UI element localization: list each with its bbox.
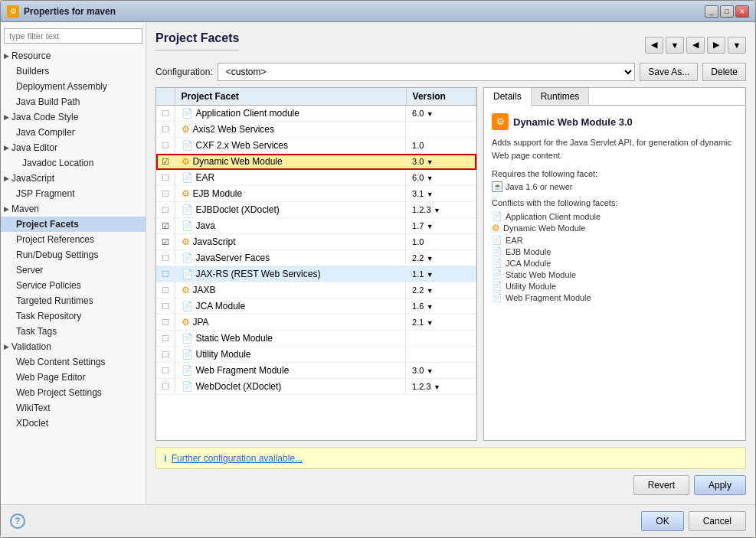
facet-version[interactable]: 6.0 ▼ bbox=[406, 170, 476, 186]
facet-version[interactable]: 2.2 ▼ bbox=[406, 250, 476, 266]
apply-button[interactable]: Apply bbox=[694, 475, 746, 495]
facet-checkbox[interactable]: ☐ bbox=[156, 202, 175, 218]
sidebar-item-deployment-assembly[interactable]: Deployment Assembly bbox=[1, 79, 146, 94]
facet-checkbox[interactable]: ☑ bbox=[156, 154, 175, 170]
facet-checkbox[interactable]: ☐ bbox=[156, 379, 175, 395]
table-row[interactable]: ☐ ⚙Axis2 Web Services bbox=[156, 122, 476, 138]
facet-version: 1.0 bbox=[406, 138, 476, 154]
nav-forward-button[interactable]: ▶ bbox=[707, 37, 725, 54]
sidebar-item-resource[interactable]: ▶ Resource bbox=[1, 48, 146, 64]
table-row[interactable]: ☐ 📄JavaServer Faces 2.2 ▼ bbox=[156, 250, 476, 266]
save-as-button[interactable]: Save As... bbox=[640, 63, 698, 81]
table-row[interactable]: ☐ 📄WebDoclet (XDoclet) 1.2.3 ▼ bbox=[156, 379, 476, 395]
facet-checkbox[interactable]: ☐ bbox=[156, 138, 175, 154]
sidebar-item-wikitext[interactable]: WikiText bbox=[1, 400, 146, 416]
sidebar-item-jsp-fragment[interactable]: JSP Fragment bbox=[1, 186, 146, 201]
sidebar-item-java-code-style[interactable]: ▶ Java Code Style bbox=[1, 109, 146, 125]
sidebar-item-web-page-editor[interactable]: Web Page Editor bbox=[1, 370, 146, 385]
sidebar-item-targeted-runtimes[interactable]: Targeted Runtimes bbox=[1, 293, 146, 308]
sidebar-item-web-project-settings[interactable]: Web Project Settings bbox=[1, 385, 146, 400]
delete-button[interactable]: Delete bbox=[702, 63, 746, 81]
sidebar-item-server[interactable]: Server bbox=[1, 262, 146, 278]
facet-version[interactable]: 1.2.3 ▼ bbox=[406, 379, 476, 395]
sidebar-item-project-facets[interactable]: Project Facets bbox=[1, 217, 146, 232]
facet-checkbox[interactable]: ☐ bbox=[156, 298, 175, 315]
facet-checkbox[interactable]: ☐ bbox=[156, 363, 175, 379]
sidebar-item-label: Targeted Runtimes bbox=[16, 295, 93, 306]
cancel-button[interactable]: Cancel bbox=[689, 511, 746, 531]
facet-checkbox[interactable]: ☐ bbox=[156, 106, 175, 122]
sidebar-item-service-policies[interactable]: Service Policies bbox=[1, 278, 146, 293]
table-row[interactable]: ☐ 📄JCA Module 1.6 ▼ bbox=[156, 298, 476, 315]
help-button[interactable]: ? bbox=[10, 514, 25, 529]
table-row[interactable]: ☐ 📄Utility Module bbox=[156, 347, 476, 363]
sidebar-item-builders[interactable]: Builders bbox=[1, 64, 146, 79]
facet-version[interactable]: 1.7 ▼ bbox=[406, 218, 476, 234]
facet-version[interactable]: 3.0 ▼ bbox=[406, 363, 476, 379]
facet-checkbox[interactable]: ☐ bbox=[156, 122, 175, 138]
table-row[interactable]: ☐ 📄Static Web Module bbox=[156, 331, 476, 347]
facet-checkbox[interactable]: ☐ bbox=[156, 266, 175, 282]
back-button[interactable]: ◀ bbox=[645, 37, 663, 54]
table-row[interactable]: ☐ 📄EJBDoclet (XDoclet) 1.2.3 ▼ bbox=[156, 202, 476, 218]
revert-button[interactable]: Revert bbox=[633, 475, 689, 495]
sidebar-item-maven[interactable]: ▶ Maven bbox=[1, 201, 146, 217]
nav-dropdown-button[interactable]: ◀ bbox=[686, 37, 705, 54]
maximize-button[interactable]: □ bbox=[720, 5, 734, 18]
table-row[interactable]: ☐ 📄Application Client module 6.0 ▼ bbox=[156, 106, 476, 122]
table-row[interactable]: ☐ 📄EAR 6.0 ▼ bbox=[156, 170, 476, 186]
table-row[interactable]: ☐ ⚙EJB Module 3.1 ▼ bbox=[156, 186, 476, 202]
facet-checkbox[interactable]: ☐ bbox=[156, 315, 175, 331]
close-button[interactable]: ✕ bbox=[735, 5, 749, 18]
facet-version[interactable]: 1.6 ▼ bbox=[406, 298, 476, 315]
sidebar-item-label: JSP Fragment bbox=[16, 188, 74, 199]
sidebar-item-project-references[interactable]: Project References bbox=[1, 232, 146, 247]
facet-checkbox[interactable]: ☐ bbox=[156, 331, 175, 347]
sidebar-item-javascript[interactable]: ▶ JavaScript bbox=[1, 171, 146, 186]
table-row[interactable]: ☐ 📄CXF 2.x Web Services 1.0 bbox=[156, 138, 476, 154]
facet-checkbox[interactable]: ☑ bbox=[156, 234, 175, 250]
sidebar-item-validation[interactable]: ▶ Validation bbox=[1, 339, 146, 354]
sidebar-item-task-repository[interactable]: Task Repository bbox=[1, 308, 146, 324]
facet-version[interactable]: 2.2 ▼ bbox=[406, 282, 476, 298]
facet-version[interactable]: 6.0 ▼ bbox=[406, 106, 476, 122]
further-config-link[interactable]: Further configuration available... bbox=[172, 453, 303, 464]
tab-details[interactable]: Details bbox=[484, 88, 532, 106]
facet-checkbox[interactable]: ☑ bbox=[156, 218, 175, 234]
sidebar-item-web-content-settings[interactable]: Web Content Settings bbox=[1, 354, 146, 370]
facet-name: ⚙Dynamic Web Module bbox=[175, 154, 407, 169]
forward-button[interactable]: ▼ bbox=[666, 37, 684, 54]
table-row[interactable]: ☐ ⚙JPA 2.1 ▼ bbox=[156, 315, 476, 331]
minimize-button[interactable]: _ bbox=[705, 5, 718, 18]
sidebar-item-java-editor[interactable]: ▶ Java Editor bbox=[1, 140, 146, 155]
facet-checkbox[interactable]: ☐ bbox=[156, 250, 175, 266]
table-row[interactable]: ☑ ⚙Dynamic Web Module 3.0 ▼ bbox=[156, 154, 476, 170]
sidebar-item-java-compiler[interactable]: Java Compiler bbox=[1, 125, 146, 140]
table-row[interactable]: ☑ ⚙JavaScript 1.0 bbox=[156, 234, 476, 250]
filter-input[interactable] bbox=[4, 28, 142, 44]
table-row[interactable]: ☐ 📄JAX-RS (REST Web Services) 1.1 ▼ bbox=[156, 266, 476, 282]
tab-runtimes[interactable]: Runtimes bbox=[532, 88, 590, 105]
table-row[interactable]: ☑ 📄Java 1.7 ▼ bbox=[156, 218, 476, 234]
facet-version[interactable]: 2.1 ▼ bbox=[406, 315, 476, 331]
sidebar-item-task-tags[interactable]: Task Tags bbox=[1, 324, 146, 339]
sidebar-item-javadoc-location[interactable]: Javadoc Location bbox=[1, 155, 146, 171]
nav-more-button[interactable]: ▼ bbox=[728, 37, 746, 54]
facet-version[interactable]: 3.0 ▼ bbox=[406, 154, 476, 170]
sidebar-item-java-build-path[interactable]: Java Build Path bbox=[1, 94, 146, 109]
facet-checkbox[interactable]: ☐ bbox=[156, 282, 175, 298]
table-row[interactable]: ☐ ⚙JAXB 2.2 ▼ bbox=[156, 282, 476, 298]
configuration-select[interactable]: <custom> bbox=[218, 63, 636, 81]
facet-version[interactable]: 1.2.3 ▼ bbox=[406, 202, 476, 218]
facet-checkbox[interactable]: ☐ bbox=[156, 186, 175, 202]
sidebar-item-label: Resource bbox=[11, 51, 51, 61]
facet-checkbox[interactable]: ☐ bbox=[156, 170, 175, 186]
sidebar-item-run-debug-settings[interactable]: Run/Debug Settings bbox=[1, 247, 146, 262]
facet-checkbox[interactable]: ☐ bbox=[156, 347, 175, 363]
sidebar-item-xdoclet[interactable]: XDoclet bbox=[1, 416, 146, 431]
table-row[interactable]: ☐ 📄Web Fragment Module 3.0 ▼ bbox=[156, 363, 476, 379]
facet-version[interactable]: 1.1 ▼ bbox=[406, 266, 476, 282]
facet-version[interactable]: 3.1 ▼ bbox=[406, 186, 476, 202]
ok-button[interactable]: OK bbox=[641, 511, 683, 531]
info-icon: i bbox=[164, 452, 167, 464]
